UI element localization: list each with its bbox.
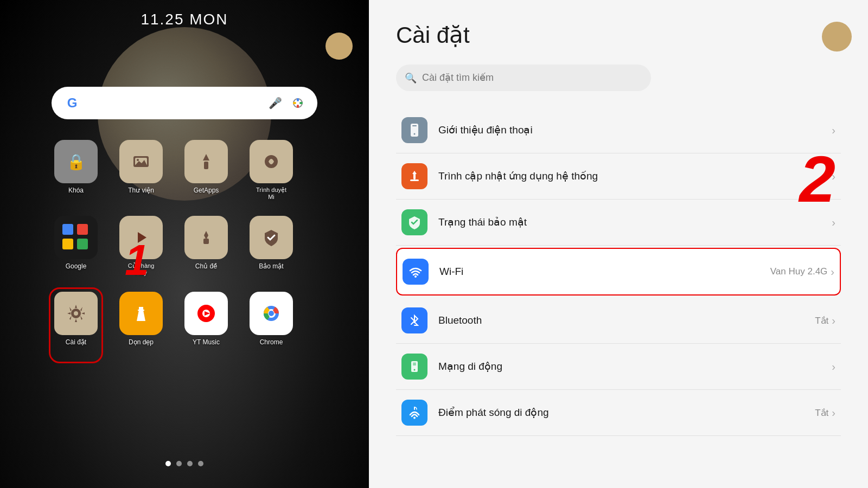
settings-right-bluetooth: Tắt ›	[815, 314, 835, 327]
app-settings[interactable]: Cài đặt	[49, 287, 103, 363]
app-security[interactable]: Bảo mật	[244, 211, 298, 287]
svg-point-25	[414, 133, 416, 135]
status-bar: 11.25 MON	[0, 11, 369, 28]
app-icon-clean	[119, 292, 163, 335]
app-label-google: Google	[66, 262, 87, 270]
chevron-icon-6: ›	[832, 361, 835, 373]
svg-point-28	[414, 275, 417, 278]
settings-right-mobile: ›	[832, 361, 835, 373]
annotation-2: 2	[799, 146, 835, 211]
bluetooth-status: Tắt	[815, 315, 828, 326]
app-theme[interactable]: Chủ đề	[179, 211, 233, 287]
app-icon-khoa: 🔒	[54, 140, 98, 183]
app-label-khoa: Khóa	[68, 187, 84, 194]
app-chrome[interactable]: Chrome	[244, 287, 298, 363]
settings-icon-mobile	[401, 354, 427, 380]
svg-point-33	[413, 417, 416, 419]
search-icon: 🔍	[405, 72, 417, 84]
app-label-ytmusic: YT Music	[193, 338, 220, 346]
app-icon-ytmusic	[184, 292, 228, 335]
app-icon-getapps	[184, 140, 228, 183]
settings-icon-phone-info	[401, 117, 427, 143]
settings-label-mobile: Mạng di động	[438, 360, 832, 374]
svg-point-32	[414, 369, 416, 371]
chevron-icon: ›	[832, 124, 835, 137]
settings-item-security[interactable]: Trạng thái bảo mật ›	[396, 200, 841, 246]
app-google[interactable]: Google	[49, 211, 103, 287]
google-search-bar[interactable]: G 🎤	[52, 87, 317, 119]
app-label-settings: Cài đặt	[66, 338, 86, 346]
settings-right-hotspot: Tắt ›	[815, 407, 835, 419]
svg-rect-1	[297, 98, 299, 101]
google-logo: G	[62, 93, 82, 113]
phone-time: 11.25 MON	[141, 11, 228, 28]
svg-rect-12	[203, 239, 209, 244]
microphone-icon[interactable]: 🎤	[266, 94, 284, 112]
app-khoa[interactable]: 🔒 Khóa	[49, 136, 103, 211]
settings-title: Cài đặt	[396, 22, 841, 48]
phone-avatar	[326, 33, 353, 60]
svg-rect-2	[297, 105, 299, 108]
svg-rect-26	[413, 173, 416, 179]
settings-label-security: Trạng thái bảo mật	[438, 216, 832, 229]
settings-item-update[interactable]: Trình cập nhật ứng dụng hệ thống ›	[396, 153, 841, 200]
app-label-chrome: Chrome	[260, 338, 283, 346]
dot-4	[198, 461, 203, 466]
app-icon-chrome	[250, 292, 293, 335]
search-wrapper: 🔍	[396, 65, 651, 91]
settings-panel: Cài đặt 🔍 2 Giới thiệu điện thoại › Trìn…	[369, 0, 868, 488]
settings-label-hotspot: Điểm phát sóng di động	[438, 406, 815, 420]
settings-icon-bluetooth	[401, 307, 427, 333]
app-getapps[interactable]: GetApps	[179, 136, 233, 211]
app-icon-settings	[54, 292, 98, 335]
settings-search-input[interactable]	[396, 65, 651, 91]
wifi-network-name: Van Huy 2.4G	[770, 266, 828, 277]
phone-panel: 11.25 MON G 🎤 🔒 Khóa	[0, 0, 369, 488]
svg-rect-9	[204, 162, 208, 169]
app-thu-vien[interactable]: Thư viện	[114, 136, 168, 211]
settings-item-mobile[interactable]: Mạng di động ›	[396, 344, 841, 390]
settings-label-bluetooth: Bluetooth	[438, 314, 815, 328]
svg-point-22	[269, 311, 274, 316]
settings-label-wifi: Wi-Fi	[439, 265, 770, 279]
app-label-security: Bảo mật	[259, 262, 283, 270]
svg-rect-27	[410, 179, 419, 181]
app-icon-gallery	[119, 140, 163, 183]
chevron-icon-5: ›	[832, 314, 835, 327]
app-ytmusic[interactable]: YT Music	[179, 287, 233, 363]
settings-icon-update	[401, 163, 427, 189]
svg-rect-3	[293, 102, 296, 104]
page-dots	[165, 461, 203, 466]
settings-label-update: Trình cập nhật ứng dụng hệ thống	[438, 170, 832, 183]
app-label-clean: Dọn dẹp	[129, 338, 154, 346]
settings-icon-security	[401, 209, 427, 235]
svg-rect-30	[413, 363, 416, 364]
chevron-icon-7: ›	[832, 407, 835, 419]
lens-icon[interactable]	[289, 94, 307, 112]
svg-rect-4	[299, 102, 303, 104]
app-label-getapps: GetApps	[194, 187, 219, 194]
app-label-theme: Chủ đề	[195, 262, 217, 270]
settings-item-hotspot[interactable]: Điểm phát sóng di động Tắt ›	[396, 390, 841, 436]
settings-item-phone-info[interactable]: Giới thiệu điện thoại ›	[396, 107, 841, 153]
settings-right-security: ›	[832, 216, 835, 229]
settings-avatar	[822, 22, 852, 52]
settings-item-wifi[interactable]: Wi-Fi Van Huy 2.4G ›	[396, 248, 841, 296]
app-label-browser: Trình duyệtMi	[256, 187, 286, 201]
settings-item-bluetooth[interactable]: Bluetooth Tắt ›	[396, 298, 841, 344]
app-icon-google	[54, 216, 98, 259]
chevron-icon-4: ›	[831, 266, 834, 278]
app-clean[interactable]: Dọn dẹp	[114, 287, 168, 363]
app-grid: 🔒 Khóa Thư viện GetApps Trình duyệtMi	[49, 136, 298, 363]
settings-icon-wifi	[403, 259, 429, 285]
app-icon-security	[250, 216, 293, 259]
dot-2	[176, 461, 182, 466]
app-browser[interactable]: Trình duyệtMi	[244, 136, 298, 211]
svg-rect-24	[412, 125, 417, 126]
svg-point-8	[137, 159, 139, 161]
dot-3	[187, 461, 193, 466]
annotation-1: 1	[125, 239, 149, 282]
app-icon-browser	[250, 140, 293, 183]
app-icon-theme	[184, 216, 228, 259]
dot-1	[165, 461, 171, 466]
